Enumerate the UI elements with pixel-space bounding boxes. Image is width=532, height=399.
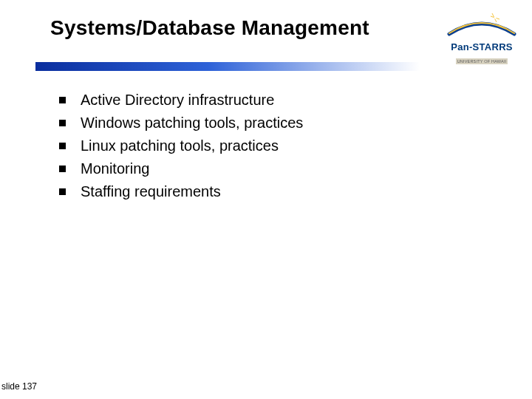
list-item: Staffing requirements <box>59 182 303 202</box>
bullet-text: Linux patching tools, practices <box>81 136 279 156</box>
svg-rect-0 <box>35 62 420 71</box>
bullet-text: Active Directory infrastructure <box>81 90 274 110</box>
star-icon <box>491 13 499 22</box>
bullet-marker-icon <box>59 97 66 103</box>
bullet-list: Active Directory infrastructure Windows … <box>59 90 303 205</box>
list-item: Active Directory infrastructure <box>59 90 303 110</box>
bullet-marker-icon <box>59 166 66 172</box>
bullet-marker-icon <box>59 143 66 149</box>
bullet-text: Windows patching tools, practices <box>81 113 303 133</box>
title-divider <box>35 62 420 71</box>
page-title: Systems/Database Management <box>50 16 369 40</box>
logo-text: Pan-STARRS <box>442 41 522 52</box>
bullet-marker-icon <box>59 120 66 126</box>
list-item: Windows patching tools, practices <box>59 113 303 133</box>
logo-subtext: UNIVERSITY OF HAWAII <box>456 58 508 64</box>
bullet-text: Monitoring <box>81 159 149 179</box>
slide: Systems/Database Management Pan-STARRS U… <box>0 0 532 399</box>
svg-point-3 <box>494 16 496 18</box>
list-item: Monitoring <box>59 159 303 179</box>
brand-logo: Pan-STARRS UNIVERSITY OF HAWAII <box>442 12 522 66</box>
bullet-marker-icon <box>59 188 66 195</box>
logo-arc-icon <box>445 12 519 37</box>
list-item: Linux patching tools, practices <box>59 136 303 156</box>
bullet-text: Staffing requirements <box>81 182 221 202</box>
slide-number: slide 137 <box>1 381 37 392</box>
